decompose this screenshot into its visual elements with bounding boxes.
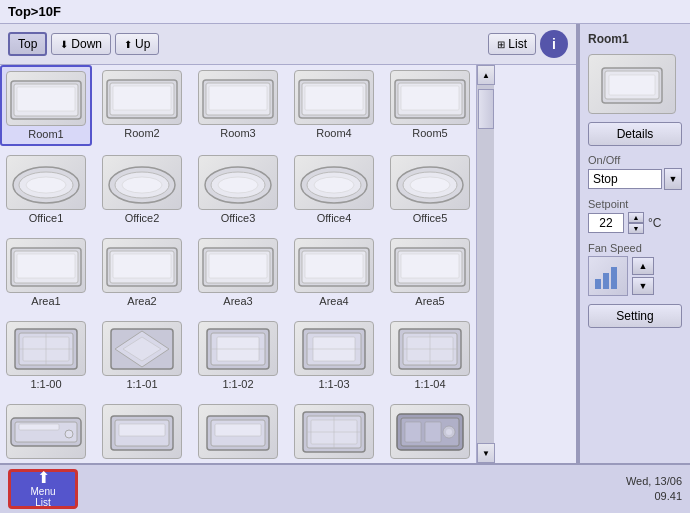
on-off-dropdown-button[interactable]: ▼ xyxy=(664,168,682,190)
device-icon-cassette_1way2 xyxy=(198,404,278,459)
device-label: 1:1-04 xyxy=(414,378,445,390)
svg-rect-32 xyxy=(17,254,75,278)
menu-list-button[interactable]: ⬆ Menu List xyxy=(8,469,78,509)
list-button[interactable]: ⊞ List xyxy=(488,33,536,55)
setting-button[interactable]: Setting xyxy=(588,304,682,328)
svg-point-86 xyxy=(446,429,452,435)
grid-item-u1102[interactable]: 1:1-02 xyxy=(192,316,284,395)
device-label: Room5 xyxy=(412,127,447,139)
grid-item-u1106[interactable]: 1:1-06 xyxy=(96,399,188,463)
grid-item-u2101[interactable]: 2:1-01 xyxy=(384,399,476,463)
up-button[interactable]: ⬆ Up xyxy=(115,33,159,55)
scroll-track xyxy=(477,85,494,443)
device-label: 1:1-00 xyxy=(30,378,61,390)
on-off-row: Stop ▼ xyxy=(588,168,682,190)
grid-item-u1101[interactable]: 1:1-01 xyxy=(96,316,188,395)
down-button[interactable]: ⬇ Down xyxy=(51,33,111,55)
device-icon-ceiling_flat xyxy=(294,70,374,125)
grid-item-area5[interactable]: Area5 xyxy=(384,233,476,312)
device-label: Room2 xyxy=(124,127,159,139)
time-text: 09.41 xyxy=(626,489,682,504)
grid-item-office5[interactable]: Office5 xyxy=(384,150,476,229)
grid-item-office2[interactable]: Office2 xyxy=(96,150,188,229)
device-icon-cassette_1way xyxy=(102,404,182,459)
setpoint-up-button[interactable]: ▲ xyxy=(628,212,644,223)
fan-speed-up-button[interactable]: ▲ xyxy=(632,257,654,275)
setpoint-row: 22 ▲ ▼ °C xyxy=(588,212,682,234)
grid-item-office3[interactable]: Office3 xyxy=(192,150,284,229)
device-label: Room1 xyxy=(28,128,63,140)
svg-rect-91 xyxy=(603,273,609,289)
grid-item-u1107[interactable]: 1:1-07 xyxy=(192,399,284,463)
grid-item-u1103[interactable]: 1:1-03 xyxy=(288,316,380,395)
room-preview-icon xyxy=(588,54,676,114)
details-button-label: Details xyxy=(617,127,654,141)
device-label: Office5 xyxy=(413,212,448,224)
grid-item-office1[interactable]: Office1 xyxy=(0,150,92,229)
device-icon-ceiling_flat xyxy=(390,70,470,125)
svg-rect-38 xyxy=(209,254,267,278)
device-label: Room4 xyxy=(316,127,351,139)
main-container: Top>10F Top ⬇ Down ⬆ Up ⊞ xyxy=(0,0,690,513)
top-button[interactable]: Top xyxy=(8,32,47,56)
fan-speed-icon xyxy=(588,256,628,296)
device-icon-cassette_4way xyxy=(6,321,86,376)
grid-item-area3[interactable]: Area3 xyxy=(192,233,284,312)
grid-item-room1[interactable]: Room1 xyxy=(0,65,92,146)
fan-speed-down-button[interactable]: ▼ xyxy=(632,277,654,295)
grid-item-room5[interactable]: Room5 xyxy=(384,65,476,146)
grid-item-room4[interactable]: Room4 xyxy=(288,65,380,146)
svg-rect-84 xyxy=(425,422,441,442)
grid-item-u1104[interactable]: 1:1-04 xyxy=(384,316,476,395)
svg-rect-44 xyxy=(401,254,459,278)
device-label: Office4 xyxy=(317,212,352,224)
device-icon-cassette_4way2 xyxy=(390,321,470,376)
fan-speed-label: Fan Speed xyxy=(588,242,682,254)
grid-item-area4[interactable]: Area4 xyxy=(288,233,380,312)
device-icon-cassette_4way3 xyxy=(294,404,374,459)
menu-list-label: Menu xyxy=(30,487,55,497)
device-icon-ceiling_flat2 xyxy=(6,238,86,293)
device-label: Office3 xyxy=(221,212,256,224)
grid-item-u1108[interactable]: 1:1-08 xyxy=(288,399,380,463)
svg-rect-35 xyxy=(113,254,171,278)
scroll-thumb[interactable] xyxy=(478,89,494,129)
details-button[interactable]: Details xyxy=(588,122,682,146)
left-panel: Top ⬇ Down ⬆ Up ⊞ List i xyxy=(0,24,578,463)
fan-speed-area: ▲ ▼ xyxy=(588,256,682,296)
svg-point-69 xyxy=(65,430,73,438)
on-off-label: On/Off xyxy=(588,154,682,166)
fan-speed-controls: ▲ ▼ xyxy=(632,257,654,295)
svg-rect-68 xyxy=(19,424,59,430)
device-icon-ceiling_flat xyxy=(6,71,86,126)
up-button-label: Up xyxy=(135,37,150,51)
grid-item-room3[interactable]: Room3 xyxy=(192,65,284,146)
scroll-up-button[interactable]: ▲ xyxy=(477,65,495,85)
device-icon-ceiling_round xyxy=(6,155,86,210)
grid-item-office4[interactable]: Office4 xyxy=(288,150,380,229)
toolbar: Top ⬇ Down ⬆ Up ⊞ List i xyxy=(0,24,576,65)
scroll-down-button[interactable]: ▼ xyxy=(477,443,495,463)
grid-item-u1105[interactable]: 1:1-05 xyxy=(0,399,92,463)
vertical-scrollbar: ▲ ▼ xyxy=(476,65,494,463)
info-button[interactable]: i xyxy=(540,30,568,58)
device-icon-ceiling_round xyxy=(102,155,182,210)
svg-rect-5 xyxy=(113,86,171,110)
setpoint-spinners: ▲ ▼ xyxy=(628,212,644,234)
grid-item-u1100[interactable]: 1:1-00 xyxy=(0,316,92,395)
selected-room-title: Room1 xyxy=(588,32,682,46)
grid-item-room2[interactable]: Room2 xyxy=(96,65,188,146)
menu-list-arrow-icon: ⬆ xyxy=(37,470,50,486)
setpoint-down-button[interactable]: ▼ xyxy=(628,223,644,234)
device-icon-ceiling_flat2 xyxy=(294,238,374,293)
grid-item-area1[interactable]: Area1 xyxy=(0,233,92,312)
device-icon-cassette_2way xyxy=(198,321,278,376)
device-grid: Room1 Room2 Room3 Room4 Room5 Offic xyxy=(0,65,476,463)
menu-list-label2: List xyxy=(35,498,51,508)
content-area: Top ⬇ Down ⬆ Up ⊞ List i xyxy=(0,24,690,463)
breadcrumb: Top>10F xyxy=(8,4,61,19)
setting-button-label: Setting xyxy=(616,309,653,323)
date-text: Wed, 13/06 xyxy=(626,474,682,489)
setpoint-section: Setpoint 22 ▲ ▼ °C xyxy=(588,198,682,234)
grid-item-area2[interactable]: Area2 xyxy=(96,233,188,312)
